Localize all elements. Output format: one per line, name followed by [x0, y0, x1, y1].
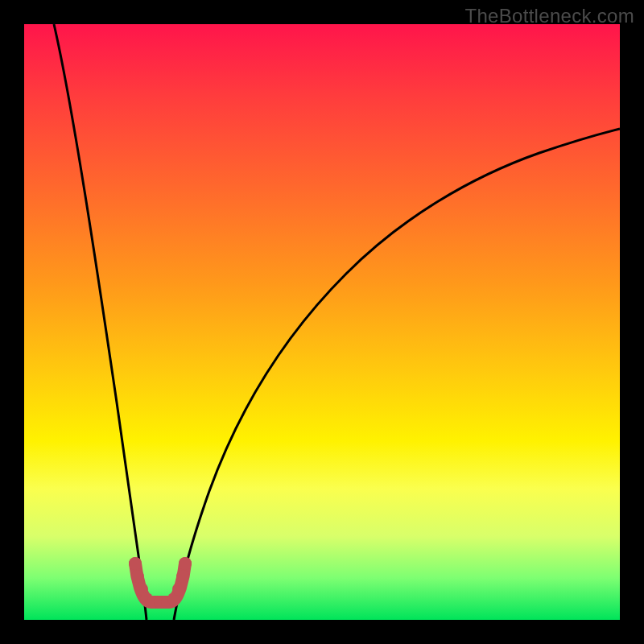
marker-layer — [129, 557, 192, 609]
right-branch-curve — [174, 129, 620, 620]
chart-stage: TheBottleneck.com — [0, 0, 644, 644]
marker-dot — [179, 557, 192, 570]
marker-dot — [176, 570, 189, 583]
marker-dot — [129, 557, 142, 570]
curve-layer — [54, 24, 620, 620]
plot-area — [24, 24, 620, 620]
left-branch-curve — [54, 24, 147, 620]
marker-dot — [131, 570, 144, 583]
marker-dot — [172, 583, 185, 596]
chart-svg — [24, 24, 620, 620]
